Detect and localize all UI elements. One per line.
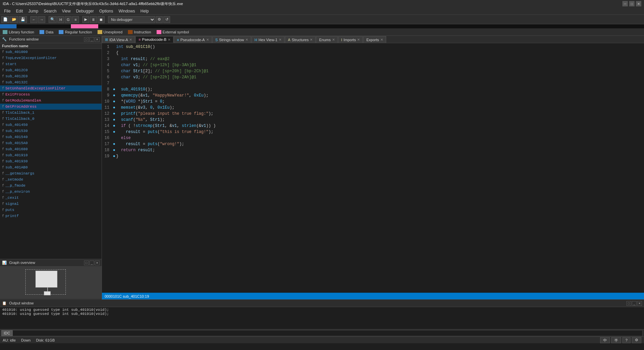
- idc-label-button[interactable]: IDC: [1, 330, 12, 336]
- func-icon: f: [2, 166, 4, 169]
- menu-view[interactable]: View: [59, 8, 73, 14]
- menu-windows[interactable]: Windows: [116, 8, 138, 14]
- menu-help[interactable]: Help: [138, 8, 152, 14]
- tab-ida-view-a-close[interactable]: ✕: [129, 38, 132, 42]
- functions-close-button[interactable]: ✕: [95, 37, 100, 42]
- tb-list[interactable]: ≡: [72, 16, 79, 23]
- functions-list[interactable]: fsub_401000 fTopLevelExceptionFilter fst…: [0, 49, 102, 259]
- func-item-puts[interactable]: fputs: [0, 207, 102, 213]
- tab-exports-close[interactable]: ✕: [380, 38, 383, 42]
- functions-float-button[interactable]: □: [84, 37, 89, 42]
- corner-btn-question[interactable]: ?: [622, 337, 630, 343]
- func-item-tlscallback0[interactable]: fTlsCallback_0: [0, 116, 102, 122]
- func-item-toplevel[interactable]: fTopLevelExceptionFilter: [0, 55, 102, 61]
- corner-btn-gear[interactable]: ⚙: [632, 337, 641, 343]
- func-item-tlscallback1[interactable]: fTlsCallback_1: [0, 110, 102, 116]
- tb-new[interactable]: 📄: [1, 16, 9, 23]
- tb-run[interactable]: ▶: [82, 16, 89, 23]
- tab-pseudocode-b[interactable]: ≡ Pseudocode-B ✕: [135, 36, 173, 43]
- menu-jump[interactable]: Jump: [26, 8, 41, 14]
- tb-fwd[interactable]: →: [38, 16, 45, 23]
- menu-file[interactable]: File: [1, 8, 13, 14]
- func-item-sub_401000[interactable]: fsub_401000: [0, 49, 102, 55]
- func-item-signal[interactable]: fsignal: [0, 201, 102, 207]
- title-text: IDA - C:\Users\25337\Desktop\BUUCTF文件\新年…: [3, 1, 183, 6]
- tab-imports-close[interactable]: ✕: [357, 38, 360, 42]
- code-area[interactable]: 1 int sub_401C10() 2 { 3 int result; // …: [102, 43, 644, 293]
- tab-pseudocode-b-close[interactable]: ✕: [168, 38, 170, 42]
- legend-data-swatch: [39, 30, 44, 34]
- tab-enums-close[interactable]: ✕: [332, 38, 335, 42]
- graph-close-button[interactable]: ✕: [95, 261, 100, 265]
- tab-enums[interactable]: Enums ✕: [316, 36, 338, 43]
- menu-edit[interactable]: Edit: [13, 8, 26, 14]
- func-item-sub_401ab0[interactable]: fsub_401AB0: [0, 164, 102, 170]
- maximize-button[interactable]: □: [629, 1, 635, 6]
- main-content: 🔧 Functions window □ _ ✕ Function name f…: [0, 36, 644, 299]
- corner-btn-zh[interactable]: 中: [600, 337, 610, 343]
- func-item-sub_401930[interactable]: fsub_401930: [0, 158, 102, 164]
- output-float-button[interactable]: □: [626, 301, 631, 306]
- graph-float-button[interactable]: □: [84, 261, 89, 265]
- titlebar-controls: ─ □ ✕: [622, 1, 641, 6]
- debugger-select[interactable]: No debugger: [108, 16, 155, 23]
- tb-pause[interactable]: ⏸: [90, 16, 97, 23]
- legend-instruction-label: Instruction: [134, 30, 151, 34]
- func-icon: f: [2, 105, 4, 109]
- tb-open[interactable]: 📂: [10, 16, 18, 23]
- tab-pseudocode-a[interactable]: ≡ Pseudocode-A ✕: [174, 36, 212, 43]
- tb-search[interactable]: 🔍: [49, 16, 57, 23]
- output-titlebar-buttons: □ _ ✕: [626, 301, 642, 306]
- tb-dbg-btn2[interactable]: ↺: [163, 16, 170, 23]
- func-item-sub_4012c0[interactable]: fsub_4012C0: [0, 67, 102, 73]
- tab-hex-close[interactable]: ✕: [279, 38, 281, 42]
- corner-btn-half[interactable]: 半: [611, 337, 621, 343]
- func-item-getmodule[interactable]: fGetModuleHandleA: [0, 98, 102, 104]
- func-item-setunhandled[interactable]: fSetUnhandledExceptionFilter: [0, 85, 102, 91]
- tb-back[interactable]: ←: [30, 16, 37, 23]
- tab-pseudocode-a-close[interactable]: ✕: [206, 38, 209, 42]
- menu-debugger[interactable]: Debugger: [73, 8, 97, 14]
- tb-graph[interactable]: G: [65, 16, 72, 23]
- output-min-button[interactable]: _: [632, 301, 637, 306]
- tab-hex-view[interactable]: H Hex View-1 ✕: [251, 36, 285, 43]
- func-item-sub_4015a0[interactable]: fsub_4015A0: [0, 140, 102, 146]
- tab-strings-close[interactable]: ✕: [245, 38, 248, 42]
- tb-dbg-btn1[interactable]: ⚙: [156, 16, 163, 23]
- func-item-start[interactable]: fstart: [0, 61, 102, 67]
- func-item-sub_401450[interactable]: fsub_401450: [0, 122, 102, 128]
- tb-hex[interactable]: H: [57, 16, 64, 23]
- tab-exports[interactable]: Exports ✕: [363, 36, 386, 43]
- tab-structures-close[interactable]: ✕: [310, 38, 313, 42]
- menu-search[interactable]: Search: [41, 8, 59, 14]
- tab-structures[interactable]: A Structures ✕: [285, 36, 316, 43]
- func-item-sub_401540[interactable]: fsub_401540: [0, 134, 102, 140]
- functions-min-button[interactable]: _: [89, 37, 94, 42]
- func-item-sub_40132c[interactable]: fsub_40132C: [0, 79, 102, 85]
- functions-column-header: Function name: [0, 43, 102, 49]
- func-item-sub_401910[interactable]: fsub_401910: [0, 152, 102, 158]
- func-item-getmainargs[interactable]: f__getmainargs: [0, 170, 102, 177]
- func-item-p_environ[interactable]: f__p_environ: [0, 189, 102, 195]
- output-close-button[interactable]: ✕: [637, 301, 642, 306]
- func-item-sub_401530[interactable]: fsub_401530: [0, 128, 102, 134]
- minimize-button[interactable]: ─: [622, 1, 628, 6]
- func-item-sub_4012e0[interactable]: fsub_4012E0: [0, 73, 102, 79]
- func-item-p_fmode[interactable]: f__p_fmode: [0, 183, 102, 189]
- tab-ida-view-a[interactable]: ⊞ IDA View-A ✕: [102, 36, 135, 43]
- graph-min-button[interactable]: _: [89, 261, 94, 265]
- func-item-sub_401680[interactable]: fsub_401680: [0, 146, 102, 152]
- func-item-getprocaddress[interactable]: fGetProcAddress: [0, 104, 102, 110]
- func-item-setmode[interactable]: f_setmode: [0, 177, 102, 183]
- close-button[interactable]: ✕: [636, 1, 641, 6]
- menu-options[interactable]: Options: [97, 8, 116, 14]
- func-item-printf[interactable]: fprintf: [0, 213, 102, 219]
- tab-strings-window[interactable]: S Strings window ✕: [212, 36, 251, 43]
- tb-save[interactable]: 💾: [19, 16, 27, 23]
- func-item-cexit[interactable]: f_cexit: [0, 195, 102, 201]
- idc-input[interactable]: [12, 330, 643, 336]
- func-item-exitprocess[interactable]: fExitProcess: [0, 91, 102, 98]
- status-au: AU: idle: [3, 338, 16, 342]
- tb-stop[interactable]: ⏹: [98, 16, 105, 23]
- tab-imports[interactable]: I Imports ✕: [338, 36, 363, 43]
